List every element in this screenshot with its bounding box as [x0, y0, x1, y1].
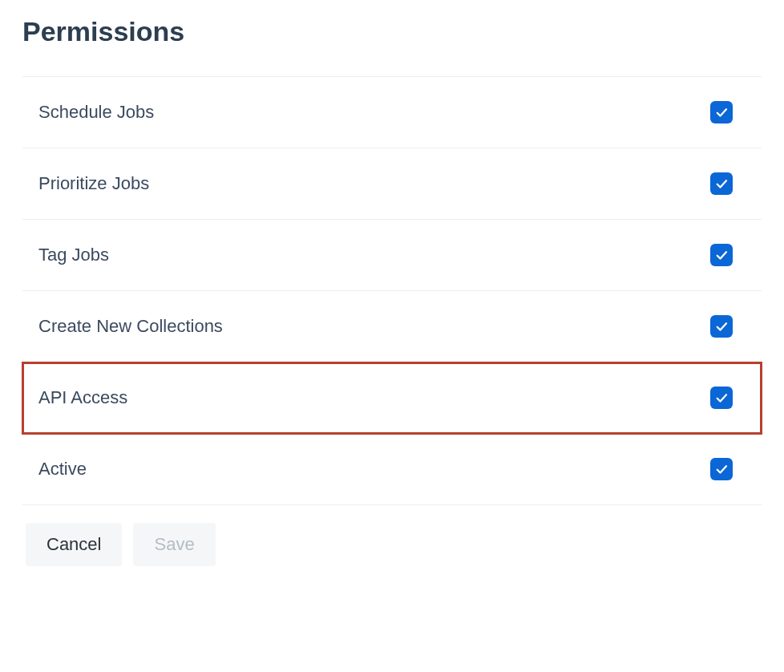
permission-checkbox[interactable] [710, 458, 733, 480]
permission-label: Tag Jobs [38, 245, 109, 265]
permission-label: Schedule Jobs [38, 102, 154, 123]
permission-checkbox[interactable] [710, 172, 733, 195]
page-title: Permissions [22, 16, 762, 47]
check-icon [714, 176, 729, 191]
permission-row: API Access [22, 362, 762, 434]
permission-checkbox[interactable] [710, 387, 733, 409]
permission-label: Prioritize Jobs [38, 173, 149, 194]
permission-checkbox[interactable] [710, 101, 733, 123]
permission-checkbox[interactable] [710, 315, 733, 338]
check-icon [714, 319, 729, 334]
permission-row: Active [22, 434, 762, 505]
permission-row: Schedule Jobs [22, 77, 762, 148]
permission-row: Tag Jobs [22, 220, 762, 291]
permission-row: Create New Collections [22, 291, 762, 362]
check-icon [714, 105, 729, 119]
permission-label: Create New Collections [38, 316, 223, 337]
permission-label: Active [38, 459, 87, 480]
permissions-list: Schedule JobsPrioritize JobsTag JobsCrea… [22, 76, 762, 505]
check-icon [714, 248, 729, 262]
save-button: Save [133, 523, 215, 566]
check-icon [714, 462, 729, 476]
permission-row: Prioritize Jobs [22, 148, 762, 220]
check-icon [714, 391, 729, 405]
permission-checkbox[interactable] [710, 244, 733, 266]
cancel-button[interactable]: Cancel [26, 523, 122, 566]
button-bar: Cancel Save [22, 523, 762, 566]
permission-label: API Access [38, 387, 127, 408]
